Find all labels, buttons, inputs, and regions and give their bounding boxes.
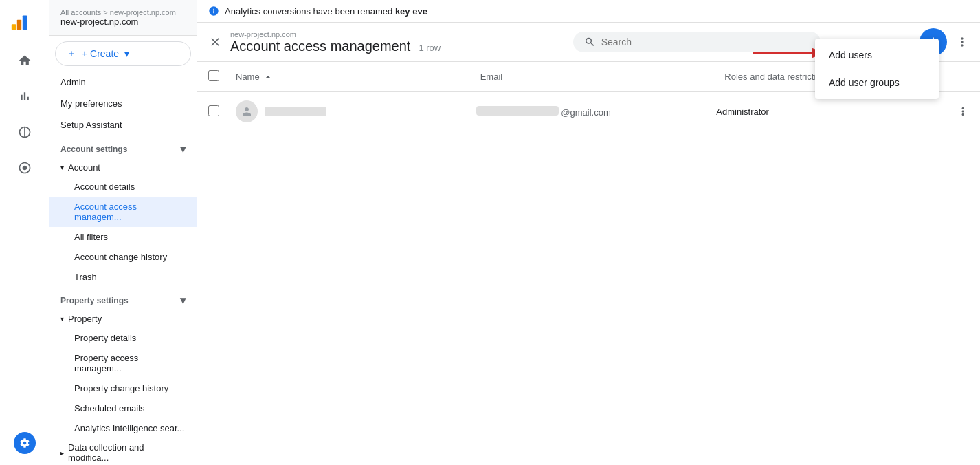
account-settings-collapse-icon[interactable]: ▾ [180, 142, 186, 155]
row-more-button[interactable] [957, 105, 969, 118]
name-column-label: Name [236, 72, 260, 82]
bar-chart-icon [18, 89, 32, 103]
sidebar-item-account-access[interactable]: Account access managem... [49, 197, 197, 227]
dropdown-menu: Add users Add user groups [815, 39, 939, 99]
property-group-header[interactable]: ▾ Property [49, 310, 197, 328]
target-icon [18, 161, 32, 175]
notification-text: Analytics conversions have been renamed … [225, 6, 427, 17]
sidebar-item-trash[interactable]: Trash [49, 267, 197, 287]
row-email-cell: @gmail.com [476, 106, 717, 118]
avatar [236, 100, 258, 122]
create-button[interactable]: ＋ + Create ▾ [55, 41, 191, 66]
top-domain: new-project.np.com [230, 30, 441, 39]
compass-icon [18, 125, 32, 139]
admin-sidebar: All accounts > new-project.np.com new-pr… [49, 0, 197, 465]
svg-rect-1 [12, 24, 16, 30]
property-settings-header: Property settings ▾ [49, 287, 197, 310]
create-plus-icon: ＋ [67, 47, 76, 60]
sidebar-item-property-access[interactable]: Property access managem... [49, 348, 197, 378]
account-group-label: Account [68, 162, 100, 173]
page-title: Account access management [230, 39, 410, 54]
account-expand-icon: ▾ [60, 164, 64, 171]
data-collection-group-label: Data collection and modifica... [68, 442, 186, 463]
email-suffix: @gmail.com [561, 107, 610, 118]
title-row: new-project.np.com Account access manage… [230, 30, 441, 54]
data-collection-expand-icon: ▸ [60, 449, 64, 457]
close-button[interactable] [208, 35, 222, 49]
header-name: Name [236, 72, 480, 83]
row-name-cell [236, 100, 476, 122]
account-group-header[interactable]: ▾ Account [49, 158, 197, 177]
nav-explore-button[interactable] [8, 116, 41, 149]
more-options-button[interactable] [955, 35, 969, 49]
create-chevron-icon: ▾ [124, 48, 129, 59]
account-settings-header: Account settings ▾ [49, 136, 197, 158]
search-icon [584, 36, 596, 48]
sidebar-item-property-change-history[interactable]: Property change history [49, 378, 197, 398]
account-settings-label: Account settings [60, 144, 127, 154]
property-settings-label: Property settings [60, 296, 129, 305]
icon-sidebar [0, 0, 49, 465]
sidebar-item-scheduled-emails[interactable]: Scheduled emails [49, 398, 197, 418]
bottom-icon-group [14, 432, 36, 465]
dropdown-add-users[interactable]: Add users [815, 41, 939, 69]
sidebar-item-all-filters[interactable]: All filters [49, 227, 197, 247]
sidebar-item-setup[interactable]: Setup Assistant [49, 114, 197, 136]
table-area: Name Email Roles and data restrictions [197, 62, 980, 465]
svg-rect-2 [17, 20, 21, 30]
svg-rect-3 [23, 15, 27, 30]
dropdown-add-user-groups[interactable]: Add user groups [815, 69, 939, 96]
logo-area [0, 6, 49, 44]
email-prefix-blurred [476, 106, 559, 116]
user-name-blurred [265, 107, 326, 116]
account-name: new-project.np.com [60, 17, 186, 27]
property-expand-icon: ▾ [60, 315, 64, 323]
row-roles-cell: Administrator [716, 107, 957, 117]
property-settings-collapse-icon[interactable]: ▾ [180, 294, 186, 307]
sort-asc-icon [263, 72, 274, 83]
nav-reports-button[interactable] [8, 80, 41, 113]
sidebar-item-analytics-intelligence[interactable]: Analytics Intelligence sear... [49, 418, 197, 438]
analytics-logo-icon [8, 11, 30, 33]
nav-advertising-button[interactable] [8, 151, 41, 184]
nav-home-button[interactable] [8, 44, 41, 77]
header-checkbox-cell [208, 70, 236, 83]
main-content: Analytics conversions have been renamed … [197, 0, 980, 465]
sidebar-item-account-change-history[interactable]: Account change history [49, 247, 197, 267]
create-label: + Create [82, 48, 119, 59]
row-more-cell [957, 105, 969, 118]
more-vert-icon [955, 35, 969, 49]
row-checkbox[interactable] [208, 105, 219, 116]
gear-icon [19, 437, 30, 448]
data-collection-group-header[interactable]: ▸ Data collection and modifica... [49, 438, 197, 465]
sidebar-item-property-details[interactable]: Property details [49, 328, 197, 348]
info-icon [208, 6, 219, 17]
sidebar-item-account-details[interactable]: Account details [49, 177, 197, 197]
breadcrumb: All accounts > new-project.np.com [60, 8, 186, 17]
home-icon [18, 54, 32, 67]
select-all-checkbox[interactable] [208, 70, 219, 81]
header-email: Email [480, 72, 725, 82]
sidebar-item-preferences[interactable]: My preferences [49, 93, 197, 114]
sidebar-header: All accounts > new-project.np.com new-pr… [49, 0, 197, 36]
row-count: 1 row [419, 43, 441, 53]
notification-bar: Analytics conversions have been renamed … [197, 0, 980, 23]
property-group-label: Property [68, 314, 102, 324]
row-checkbox-cell [208, 105, 236, 118]
sidebar-item-admin[interactable]: Admin [49, 72, 197, 93]
close-icon [208, 35, 222, 49]
settings-circle[interactable] [14, 432, 36, 454]
person-icon [241, 105, 253, 118]
row-more-vert-icon [957, 105, 969, 118]
